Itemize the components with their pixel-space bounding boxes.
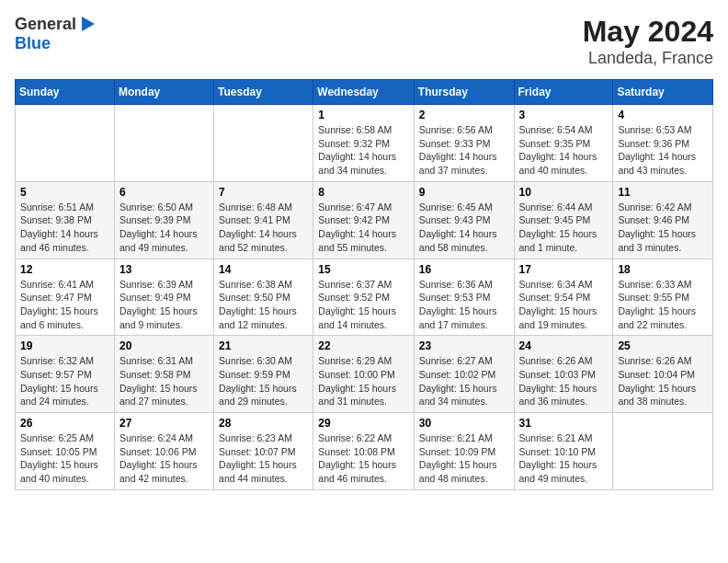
day-detail: Sunrise: 6:45 AM Sunset: 9:43 PM Dayligh… — [419, 201, 509, 255]
header-tuesday: Tuesday — [214, 80, 313, 105]
day-number: 4 — [618, 109, 708, 121]
page-header: General Blue May 2024 Landeda, France — [15, 15, 713, 68]
day-detail: Sunrise: 6:27 AM Sunset: 10:02 PM Daylig… — [419, 354, 509, 408]
calendar-cell — [114, 105, 213, 182]
day-number: 2 — [419, 109, 509, 121]
calendar-cell: 8Sunrise: 6:47 AM Sunset: 9:42 PM Daylig… — [313, 181, 415, 259]
header-monday: Monday — [114, 80, 213, 105]
day-number: 28 — [219, 417, 308, 430]
calendar-cell: 19Sunrise: 6:32 AM Sunset: 9:57 PM Dayli… — [16, 336, 115, 413]
calendar-week-row: 5Sunrise: 6:51 AM Sunset: 9:38 PM Daylig… — [16, 181, 713, 259]
day-detail: Sunrise: 6:26 AM Sunset: 10:03 PM Daylig… — [519, 354, 609, 408]
day-detail: Sunrise: 6:53 AM Sunset: 9:36 PM Dayligh… — [618, 123, 708, 178]
day-number: 18 — [618, 263, 708, 276]
calendar-cell: 9Sunrise: 6:45 AM Sunset: 9:43 PM Daylig… — [414, 181, 514, 259]
day-number: 14 — [219, 263, 308, 276]
calendar-cell: 6Sunrise: 6:50 AM Sunset: 9:39 PM Daylig… — [114, 181, 213, 259]
header-saturday: Saturday — [613, 80, 713, 105]
day-detail: Sunrise: 6:25 AM Sunset: 10:05 PM Daylig… — [20, 431, 109, 486]
calendar-cell: 11Sunrise: 6:42 AM Sunset: 9:46 PM Dayli… — [613, 181, 713, 259]
day-detail: Sunrise: 6:54 AM Sunset: 9:35 PM Dayligh… — [519, 123, 609, 178]
day-number: 25 — [618, 339, 708, 352]
day-detail: Sunrise: 6:41 AM Sunset: 9:47 PM Dayligh… — [20, 278, 109, 332]
day-detail: Sunrise: 6:31 AM Sunset: 9:58 PM Dayligh… — [119, 354, 209, 408]
day-number: 15 — [318, 263, 409, 276]
header-sunday: Sunday — [16, 80, 115, 105]
calendar-cell: 25Sunrise: 6:26 AM Sunset: 10:04 PM Dayl… — [613, 336, 713, 413]
day-number: 16 — [419, 263, 509, 276]
calendar-cell: 26Sunrise: 6:25 AM Sunset: 10:05 PM Dayl… — [16, 413, 115, 490]
calendar-cell: 18Sunrise: 6:33 AM Sunset: 9:55 PM Dayli… — [613, 259, 713, 336]
calendar-cell: 17Sunrise: 6:34 AM Sunset: 9:54 PM Dayli… — [514, 259, 613, 336]
day-detail: Sunrise: 6:22 AM Sunset: 10:08 PM Daylig… — [318, 431, 409, 486]
day-number: 9 — [419, 186, 509, 199]
calendar-cell: 1Sunrise: 6:58 AM Sunset: 9:32 PM Daylig… — [313, 105, 415, 182]
day-number: 3 — [519, 109, 609, 121]
calendar-cell: 3Sunrise: 6:54 AM Sunset: 9:35 PM Daylig… — [514, 105, 613, 182]
calendar-cell — [214, 105, 313, 182]
day-number: 30 — [419, 417, 509, 430]
calendar-cell: 29Sunrise: 6:22 AM Sunset: 10:08 PM Dayl… — [313, 413, 415, 490]
day-detail: Sunrise: 6:48 AM Sunset: 9:41 PM Dayligh… — [219, 201, 308, 255]
calendar-cell: 13Sunrise: 6:39 AM Sunset: 9:49 PM Dayli… — [114, 259, 213, 336]
calendar-cell: 16Sunrise: 6:36 AM Sunset: 9:53 PM Dayli… — [414, 259, 514, 336]
day-detail: Sunrise: 6:29 AM Sunset: 10:00 PM Daylig… — [318, 354, 409, 408]
day-number: 29 — [318, 417, 409, 430]
day-number: 24 — [519, 339, 609, 352]
calendar-cell: 14Sunrise: 6:38 AM Sunset: 9:50 PM Dayli… — [214, 259, 313, 336]
day-detail: Sunrise: 6:51 AM Sunset: 9:38 PM Dayligh… — [20, 201, 109, 255]
day-detail: Sunrise: 6:50 AM Sunset: 9:39 PM Dayligh… — [119, 201, 209, 255]
day-detail: Sunrise: 6:23 AM Sunset: 10:07 PM Daylig… — [219, 431, 308, 486]
calendar-cell: 21Sunrise: 6:30 AM Sunset: 9:59 PM Dayli… — [214, 336, 313, 413]
calendar-subtitle: Landeda, France — [583, 49, 713, 68]
calendar-cell: 5Sunrise: 6:51 AM Sunset: 9:38 PM Daylig… — [16, 181, 115, 259]
day-number: 8 — [318, 186, 409, 199]
day-detail: Sunrise: 6:58 AM Sunset: 9:32 PM Dayligh… — [318, 123, 409, 178]
calendar-cell: 22Sunrise: 6:29 AM Sunset: 10:00 PM Dayl… — [313, 336, 415, 413]
calendar-cell: 10Sunrise: 6:44 AM Sunset: 9:45 PM Dayli… — [514, 181, 613, 259]
calendar-cell: 27Sunrise: 6:24 AM Sunset: 10:06 PM Dayl… — [114, 413, 213, 490]
calendar-cell — [16, 105, 115, 182]
day-detail: Sunrise: 6:42 AM Sunset: 9:46 PM Dayligh… — [618, 201, 708, 255]
day-detail: Sunrise: 6:21 AM Sunset: 10:09 PM Daylig… — [419, 431, 509, 486]
day-number: 10 — [519, 186, 609, 199]
logo-blue-text: Blue — [15, 35, 98, 53]
day-number: 12 — [20, 263, 109, 276]
svg-marker-0 — [82, 17, 95, 31]
day-number: 26 — [20, 417, 109, 430]
calendar-cell: 2Sunrise: 6:56 AM Sunset: 9:33 PM Daylig… — [414, 105, 514, 182]
calendar-cell: 30Sunrise: 6:21 AM Sunset: 10:09 PM Dayl… — [414, 413, 514, 490]
calendar-week-row: 1Sunrise: 6:58 AM Sunset: 9:32 PM Daylig… — [16, 105, 713, 182]
header-friday: Friday — [514, 80, 613, 105]
day-detail: Sunrise: 6:47 AM Sunset: 9:42 PM Dayligh… — [318, 201, 409, 255]
calendar-week-row: 19Sunrise: 6:32 AM Sunset: 9:57 PM Dayli… — [16, 336, 713, 413]
calendar-cell: 31Sunrise: 6:21 AM Sunset: 10:10 PM Dayl… — [514, 413, 613, 490]
calendar-header-row: SundayMondayTuesdayWednesdayThursdayFrid… — [16, 80, 713, 105]
day-detail: Sunrise: 6:21 AM Sunset: 10:10 PM Daylig… — [519, 431, 609, 486]
logo-general-text: General — [15, 16, 76, 34]
day-detail: Sunrise: 6:36 AM Sunset: 9:53 PM Dayligh… — [419, 278, 509, 332]
day-number: 31 — [519, 417, 609, 430]
day-number: 22 — [318, 339, 409, 352]
day-detail: Sunrise: 6:56 AM Sunset: 9:33 PM Dayligh… — [419, 123, 509, 178]
day-detail: Sunrise: 6:44 AM Sunset: 9:45 PM Dayligh… — [519, 201, 609, 255]
day-number: 21 — [219, 339, 308, 352]
day-number: 11 — [618, 186, 708, 199]
calendar-table: SundayMondayTuesdayWednesdayThursdayFrid… — [15, 79, 713, 490]
calendar-cell: 7Sunrise: 6:48 AM Sunset: 9:41 PM Daylig… — [214, 181, 313, 259]
day-number: 20 — [119, 339, 209, 352]
day-number: 19 — [20, 339, 109, 352]
calendar-cell: 23Sunrise: 6:27 AM Sunset: 10:02 PM Dayl… — [414, 336, 514, 413]
logo: General Blue — [15, 15, 98, 53]
calendar-cell: 20Sunrise: 6:31 AM Sunset: 9:58 PM Dayli… — [114, 336, 213, 413]
day-number: 6 — [119, 186, 209, 199]
calendar-cell: 28Sunrise: 6:23 AM Sunset: 10:07 PM Dayl… — [214, 413, 313, 490]
day-number: 13 — [119, 263, 209, 276]
day-detail: Sunrise: 6:24 AM Sunset: 10:06 PM Daylig… — [119, 431, 209, 486]
calendar-cell — [613, 413, 713, 490]
header-thursday: Thursday — [414, 80, 514, 105]
day-detail: Sunrise: 6:34 AM Sunset: 9:54 PM Dayligh… — [519, 278, 609, 332]
day-detail: Sunrise: 6:37 AM Sunset: 9:52 PM Dayligh… — [318, 278, 409, 332]
calendar-week-row: 12Sunrise: 6:41 AM Sunset: 9:47 PM Dayli… — [16, 259, 713, 336]
header-wednesday: Wednesday — [313, 80, 415, 105]
